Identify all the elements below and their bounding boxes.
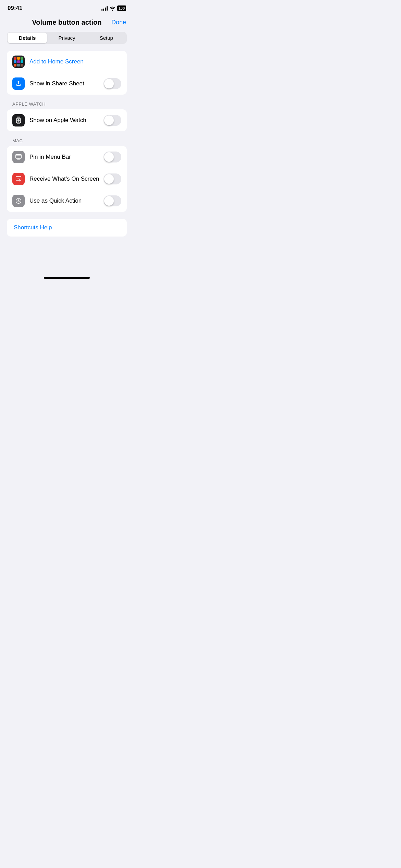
home-bar xyxy=(44,277,90,279)
pin-menu-bar-row: Pin in Menu Bar xyxy=(7,146,127,168)
apple-watch-icon: ⌚ xyxy=(12,114,25,126)
tab-details[interactable]: Details xyxy=(8,33,47,43)
mac-card: Pin in Menu Bar Receive What's On Screen… xyxy=(7,146,127,212)
svg-rect-5 xyxy=(16,155,22,156)
pin-menu-bar-label: Pin in Menu Bar xyxy=(29,154,104,160)
svg-text:⌚: ⌚ xyxy=(17,119,20,122)
show-share-sheet-label: Show in Share Sheet xyxy=(29,80,104,87)
receive-on-screen-label: Receive What's On Screen xyxy=(29,176,104,182)
show-share-sheet-row: Show in Share Sheet xyxy=(7,73,127,95)
svg-rect-6 xyxy=(18,158,20,159)
svg-rect-8 xyxy=(16,177,21,181)
apple-watch-section-label: APPLE WATCH xyxy=(0,101,134,109)
quick-action-row: Use as Quick Action xyxy=(7,190,127,212)
tab-privacy[interactable]: Privacy xyxy=(47,33,86,43)
header: Volume button action Done xyxy=(0,14,134,32)
status-icons: 100 xyxy=(101,5,126,11)
shortcuts-app-icon xyxy=(12,56,25,68)
page-title: Volume button action xyxy=(32,19,102,26)
home-indicator xyxy=(0,274,134,284)
tab-setup[interactable]: Setup xyxy=(87,33,126,43)
share-icon xyxy=(12,77,25,90)
show-apple-watch-toggle[interactable] xyxy=(104,115,121,126)
svg-rect-7 xyxy=(17,159,20,160)
shortcuts-card: Add to Home Screen Show in Share Sheet xyxy=(7,51,127,95)
mac-section-label: MAC xyxy=(0,138,134,146)
svg-rect-1 xyxy=(17,117,20,118)
svg-rect-2 xyxy=(17,122,20,124)
quick-action-icon xyxy=(12,195,25,207)
help-row[interactable]: Shortcuts Help xyxy=(7,219,127,237)
receive-screen-icon xyxy=(12,173,25,185)
show-apple-watch-label: Show on Apple Watch xyxy=(29,117,104,124)
quick-action-label: Use as Quick Action xyxy=(29,197,104,204)
apple-watch-card: ⌚ Show on Apple Watch xyxy=(7,109,127,131)
tab-segmented-control: Details Privacy Setup xyxy=(7,32,127,44)
add-home-screen-label: Add to Home Screen xyxy=(29,58,121,65)
receive-on-screen-toggle[interactable] xyxy=(104,173,121,184)
status-bar: 09:41 100 xyxy=(0,0,134,14)
show-share-sheet-toggle[interactable] xyxy=(104,78,121,89)
done-button[interactable]: Done xyxy=(111,19,126,26)
quick-action-toggle[interactable] xyxy=(104,195,121,206)
shortcuts-help-label: Shortcuts Help xyxy=(14,224,52,231)
show-apple-watch-row: ⌚ Show on Apple Watch xyxy=(7,109,127,131)
signal-bars-icon xyxy=(101,6,108,11)
battery-icon: 100 xyxy=(117,5,126,11)
pin-menu-bar-toggle[interactable] xyxy=(104,152,121,162)
menu-bar-icon xyxy=(12,151,25,163)
receive-on-screen-row: Receive What's On Screen xyxy=(7,168,127,190)
add-home-screen-row[interactable]: Add to Home Screen xyxy=(7,51,127,73)
battery-level: 100 xyxy=(119,6,125,10)
help-card: Shortcuts Help xyxy=(7,219,127,237)
wifi-icon xyxy=(110,6,115,11)
status-time: 09:41 xyxy=(8,5,22,12)
